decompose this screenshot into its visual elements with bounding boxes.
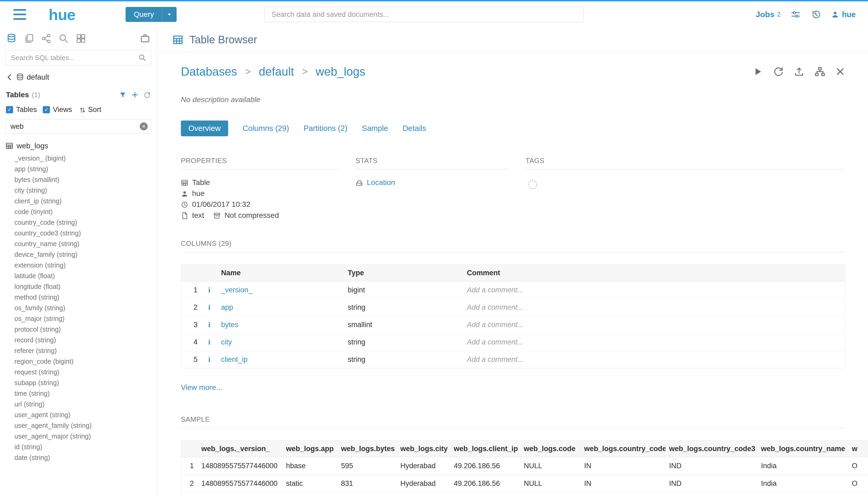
column-item[interactable]: longitude (float) [5, 281, 151, 292]
lineage-icon[interactable] [815, 66, 825, 77]
tables-checkbox[interactable]: ✓ [6, 106, 13, 113]
column-item[interactable]: region_code (bigint) [5, 356, 151, 367]
column-item[interactable]: id (string) [5, 441, 151, 452]
sort-icon [79, 106, 86, 114]
column-name-link[interactable]: _version_ [221, 286, 252, 294]
column-item[interactable]: request (string) [5, 367, 151, 377]
user-menu[interactable]: hue [831, 10, 856, 19]
column-name-link[interactable]: city [221, 338, 232, 346]
column-item[interactable]: date (string) [5, 452, 151, 463]
jobs-link[interactable]: Jobs 2 [756, 10, 780, 19]
documents-assist-icon[interactable] [24, 33, 34, 44]
breadcrumb-separator: > [302, 66, 308, 77]
sql-tables-search-input[interactable] [5, 50, 151, 65]
tab-overview[interactable]: Overview [181, 121, 228, 136]
table-description[interactable]: No description available [181, 95, 845, 104]
column-item[interactable]: protocol (string) [5, 324, 151, 335]
info-icon[interactable]: i [208, 321, 210, 329]
breadcrumb-default[interactable]: default [258, 65, 294, 78]
views-checkbox-label[interactable]: Views [53, 106, 72, 114]
column-item[interactable]: country_name (string) [5, 238, 151, 249]
back-chevron-icon[interactable] [6, 74, 13, 81]
hamburger-menu-button[interactable] [13, 9, 26, 20]
upload-icon[interactable] [794, 66, 804, 77]
column-item[interactable]: _version_ (bigint) [5, 153, 151, 164]
search-assist-icon[interactable] [59, 33, 69, 44]
column-item[interactable]: country_code (string) [5, 217, 151, 228]
column-item[interactable]: user_agent_major (string) [5, 431, 151, 441]
job-browser-icon[interactable] [140, 33, 150, 44]
column-comment[interactable]: Add a comment... [467, 355, 524, 363]
column-name-link[interactable]: bytes [221, 321, 239, 329]
info-icon[interactable]: i [208, 303, 210, 311]
views-checkbox[interactable]: ✓ [43, 106, 50, 113]
column-item[interactable]: city (string) [5, 185, 151, 196]
view-more-link[interactable]: View more... [181, 383, 222, 392]
column-comment[interactable]: Add a comment... [467, 321, 524, 329]
column-item[interactable]: time (string) [5, 388, 151, 399]
query-table-icon[interactable] [753, 66, 763, 77]
tables-checkbox-label[interactable]: Tables [16, 106, 37, 114]
column-item[interactable]: record (string) [5, 335, 151, 345]
table-name: web_logs [17, 142, 48, 150]
column-comment[interactable]: Add a comment... [467, 286, 524, 294]
refresh-icon[interactable] [773, 66, 784, 77]
database-icon [16, 73, 24, 81]
sort-control[interactable]: Sort [79, 106, 101, 114]
history-icon[interactable] [811, 9, 821, 19]
tables-assist-icon[interactable] [6, 33, 17, 44]
database-name[interactable]: default [27, 73, 49, 81]
clock-icon [181, 200, 188, 209]
column-item[interactable]: device_family (string) [5, 249, 151, 260]
apps-assist-icon[interactable] [76, 33, 86, 44]
sample-header: web_logs.app [282, 441, 337, 457]
column-item[interactable]: user_agent_family (string) [5, 420, 151, 431]
info-icon[interactable]: i [208, 338, 210, 346]
location-link[interactable]: Location [367, 178, 395, 187]
column-item[interactable]: latitude (float) [5, 270, 151, 281]
refresh-tables-icon[interactable] [143, 91, 151, 98]
column-item[interactable]: os_family (string) [5, 303, 151, 313]
column-item[interactable]: user_agent (string) [5, 409, 151, 420]
functions-assist-icon[interactable] [41, 33, 51, 44]
query-dropdown-caret[interactable] [162, 7, 177, 22]
sample-cell: O [848, 475, 868, 493]
table-tree-item[interactable]: web_logs [5, 142, 151, 150]
tab-partitions[interactable]: Partitions (2) [303, 124, 347, 133]
column-item[interactable]: method (string) [5, 292, 151, 303]
column-item[interactable]: subapp (string) [5, 377, 151, 388]
info-icon[interactable]: i [208, 286, 210, 294]
column-item[interactable]: bytes (smallint) [5, 174, 151, 185]
column-item[interactable]: extension (string) [5, 260, 151, 270]
column-name-link[interactable]: app [221, 303, 233, 311]
column-item[interactable]: referer (string) [5, 345, 151, 356]
column-comment[interactable]: Add a comment... [467, 303, 524, 311]
column-item[interactable]: app (string) [5, 164, 151, 174]
row-number: 1 [181, 457, 198, 475]
column-item[interactable]: client_ip (string) [5, 196, 151, 206]
hue-logo[interactable]: hue [49, 5, 75, 24]
column-name-link[interactable]: client_ip [221, 355, 248, 363]
search-icon[interactable] [138, 54, 146, 62]
tab-columns[interactable]: Columns (29) [242, 124, 289, 133]
global-search-input[interactable] [264, 7, 584, 22]
add-table-icon[interactable] [131, 91, 139, 98]
tab-sample[interactable]: Sample [362, 124, 388, 133]
column-item[interactable]: country_code3 (string) [5, 228, 151, 238]
query-button[interactable]: Query [126, 7, 162, 22]
sliders-icon[interactable] [790, 9, 801, 19]
table-filter-input[interactable] [5, 119, 151, 134]
breadcrumb-web-logs[interactable]: web_logs [316, 65, 365, 78]
tab-details[interactable]: Details [403, 124, 426, 133]
clear-filter-icon[interactable]: ✕ [140, 122, 148, 130]
filter-icon[interactable] [119, 91, 126, 98]
info-icon[interactable]: i [208, 355, 210, 363]
breadcrumb-databases[interactable]: Databases [181, 65, 237, 78]
close-icon[interactable] [835, 67, 845, 76]
column-item[interactable]: os_major (string) [5, 313, 151, 324]
row-number: 4 [181, 334, 202, 351]
column-comment[interactable]: Add a comment... [467, 338, 524, 346]
column-item[interactable]: code (tinyint) [5, 206, 151, 217]
sample-cell: IN [581, 493, 665, 496]
column-item[interactable]: url (string) [5, 399, 151, 409]
